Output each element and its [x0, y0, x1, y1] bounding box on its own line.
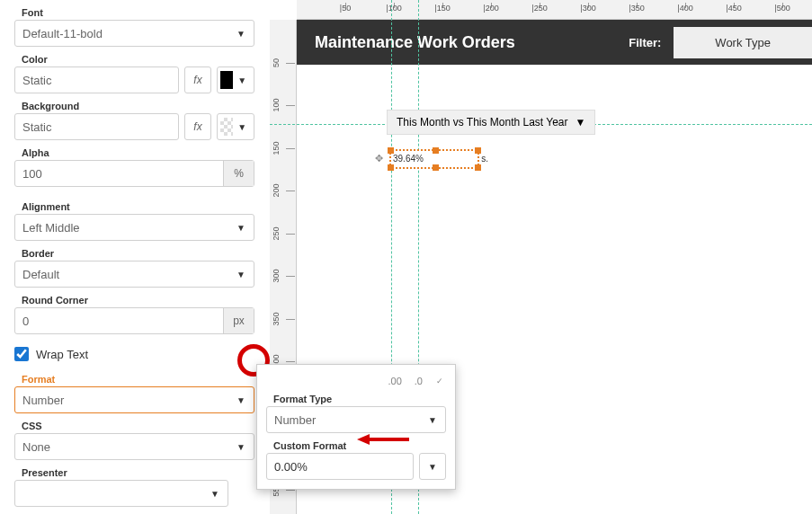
background-label: Background: [14, 101, 254, 111]
round-input[interactable]: 0 px: [14, 307, 254, 334]
annotation-arrow: [357, 432, 411, 450]
background-swatch[interactable]: ▼: [217, 113, 254, 140]
resize-handle[interactable]: [475, 147, 481, 154]
format-popover: .00 .0 ✓ Format Type Number ▼ Custom For…: [256, 364, 456, 490]
chevron-down-icon[interactable]: ▼: [228, 215, 254, 240]
font-label: Font: [14, 7, 254, 18]
format-type-label: Format Type: [266, 394, 446, 404]
format-label: Format: [14, 374, 254, 385]
round-label: Round Corner: [14, 295, 254, 306]
horizontal-ruler: |50|100|150|200|250|300|350|400|450|500: [297, 0, 812, 20]
resize-handle[interactable]: [433, 164, 439, 171]
move-icon[interactable]: ✥: [375, 153, 383, 164]
color-field: Color Static fx ▼: [14, 54, 254, 93]
chevron-down-icon[interactable]: ▼: [233, 122, 251, 132]
chevron-down-icon[interactable]: ▼: [202, 481, 228, 506]
presenter-select[interactable]: ▼: [14, 480, 228, 507]
alignment-select[interactable]: Left Middle ▼: [14, 214, 254, 241]
presenter-field: Presenter ▼: [14, 467, 254, 507]
background-select[interactable]: Static: [14, 113, 179, 140]
chevron-down-icon[interactable]: ▼: [228, 21, 254, 46]
presenter-label: Presenter: [14, 467, 254, 478]
wrap-label: Wrap Text: [36, 348, 88, 361]
css-field: CSS None ▼: [14, 421, 254, 460]
color-label: Color: [14, 54, 254, 65]
resize-handle[interactable]: [475, 164, 481, 171]
format-field: Format Number ▼: [14, 374, 254, 413]
wrap-text-row[interactable]: Wrap Text: [14, 347, 254, 361]
decrease-decimal-icon[interactable]: .0: [412, 374, 425, 388]
alignment-label: Alignment: [14, 201, 254, 212]
border-select[interactable]: Default ▼: [14, 261, 254, 288]
filter-button[interactable]: Work Type: [674, 27, 812, 58]
alignment-field: Alignment Left Middle ▼: [14, 201, 254, 241]
font-select[interactable]: Default-11-bold ▼: [14, 20, 254, 47]
custom-format-dropdown[interactable]: ▼: [419, 453, 446, 480]
chevron-down-icon[interactable]: ▼: [576, 116, 586, 128]
properties-panel: Font Default-11-bold ▼ Color Static fx ▼…: [0, 0, 270, 514]
selected-text-object[interactable]: ✥ 39.64% s.: [389, 149, 479, 169]
report-title: Maintenance Work Orders: [315, 33, 629, 52]
confirm-icon[interactable]: ✓: [433, 374, 446, 387]
round-unit: px: [223, 308, 254, 333]
css-select[interactable]: None ▼: [14, 433, 254, 460]
chevron-down-icon[interactable]: ▼: [233, 75, 251, 85]
alpha-label: Alpha: [14, 147, 254, 158]
chevron-down-icon[interactable]: ▼: [228, 387, 254, 412]
font-field: Font Default-11-bold ▼: [14, 7, 254, 47]
border-label: Border: [14, 248, 254, 259]
resize-handle[interactable]: [433, 147, 439, 154]
resize-handle[interactable]: [388, 147, 394, 154]
chevron-down-icon[interactable]: ▼: [420, 454, 445, 479]
css-label: CSS: [14, 421, 254, 431]
chevron-down-icon[interactable]: ▼: [420, 407, 445, 432]
border-field: Border Default ▼: [14, 248, 254, 288]
report-header: Maintenance Work Orders Filter: Work Typ…: [297, 20, 812, 65]
swatch-empty: [220, 118, 233, 136]
format-type-select[interactable]: Number ▼: [266, 406, 446, 433]
custom-format-label: Custom Format: [266, 440, 446, 451]
svg-marker-1: [357, 434, 370, 445]
alpha-field: Alpha 100 %: [14, 147, 254, 187]
format-select[interactable]: Number ▼: [14, 386, 254, 413]
fx-button[interactable]: fx: [184, 66, 211, 93]
increase-decimal-icon[interactable]: .00: [386, 374, 405, 388]
alpha-input[interactable]: 100 %: [14, 160, 254, 187]
filter-label: Filter:: [629, 36, 661, 49]
chevron-down-icon[interactable]: ▼: [228, 434, 254, 459]
object-suffix: s.: [481, 154, 488, 164]
chevron-down-icon[interactable]: ▼: [228, 261, 254, 287]
period-dropdown[interactable]: This Month vs This Month Last Year ▼: [387, 110, 595, 135]
fx-button[interactable]: fx: [184, 113, 211, 140]
custom-format-input[interactable]: 0.00%: [266, 453, 414, 480]
round-field: Round Corner 0 px: [14, 295, 254, 334]
color-swatch[interactable]: ▼: [217, 66, 254, 93]
resize-handle[interactable]: [388, 164, 394, 171]
swatch-black: [220, 71, 233, 89]
wrap-checkbox[interactable]: [14, 347, 29, 361]
background-field: Background Static fx ▼: [14, 101, 254, 140]
color-select[interactable]: Static: [14, 66, 179, 93]
alpha-unit: %: [223, 161, 254, 186]
